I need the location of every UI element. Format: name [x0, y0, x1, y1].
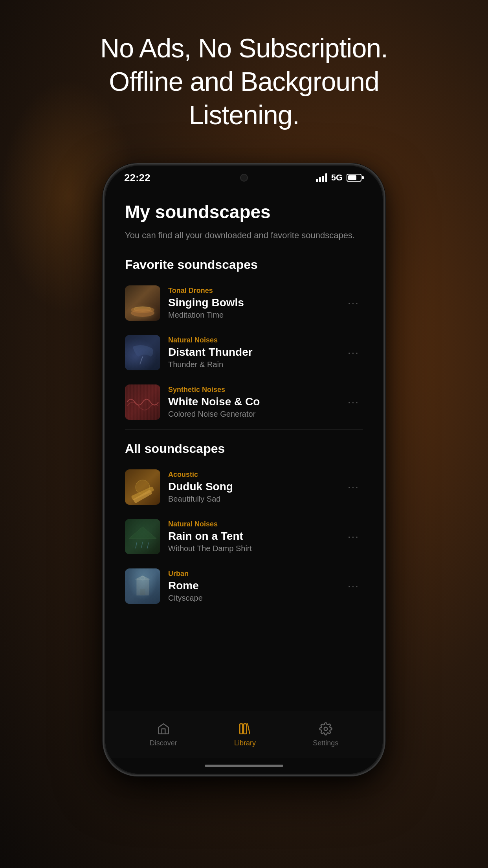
- more-button[interactable]: ···: [344, 576, 363, 596]
- svg-rect-18: [244, 724, 247, 734]
- more-button[interactable]: ···: [344, 293, 363, 313]
- sound-info-rome: Urban Rome Cityscape: [168, 570, 336, 603]
- all-section-title: All soundscapes: [125, 441, 363, 456]
- sound-name: Distant Thunder: [168, 346, 336, 359]
- list-item[interactable]: Natural Noises Distant Thunder Thunder &…: [125, 329, 363, 376]
- library-icon: [238, 722, 252, 736]
- screen-content[interactable]: My soundscapes You can find all your dow…: [105, 189, 383, 711]
- sound-info-rain: Natural Noises Rain on a Tent Without Th…: [168, 520, 336, 553]
- settings-icon: [319, 722, 333, 736]
- battery-tip: [362, 176, 364, 179]
- section-divider: [125, 429, 363, 430]
- thumb-rain: [125, 519, 160, 554]
- sound-category: Natural Noises: [168, 336, 336, 344]
- battery-fill: [348, 175, 356, 180]
- power-button: [384, 286, 385, 329]
- signal-bar-1: [316, 179, 318, 182]
- phone-screen: 22:22 5G: [105, 166, 383, 774]
- sound-category: Tonal Drones: [168, 287, 336, 295]
- camera-notch: [240, 174, 248, 182]
- svg-rect-16: [140, 589, 145, 595]
- svg-point-1: [134, 307, 151, 311]
- svg-rect-4: [125, 384, 160, 420]
- signal-bar-4: [325, 173, 327, 182]
- sound-desc: Thunder & Rain: [168, 360, 336, 369]
- hero-line3: Listening.: [189, 100, 299, 130]
- hero-text: No Ads, No Subscription. Offline and Bac…: [61, 0, 427, 155]
- sound-category: Urban: [168, 570, 336, 578]
- nav-settings[interactable]: Settings: [313, 722, 338, 747]
- thumb-thunder: [125, 335, 160, 370]
- sound-category: Synthetic Noises: [168, 386, 336, 394]
- volume-up-button: [103, 274, 104, 302]
- list-item[interactable]: Synthetic Noises White Noise & Co Colore…: [125, 379, 363, 425]
- home-indicator-bar: [205, 765, 283, 767]
- more-button[interactable]: ···: [344, 392, 363, 412]
- list-item[interactable]: Acoustic Duduk Song Beautifully Sad ···: [125, 464, 363, 510]
- page-title: My soundscapes: [125, 201, 363, 223]
- list-item[interactable]: Tonal Drones Singing Bowls Meditation Ti…: [125, 280, 363, 326]
- svg-line-10: [141, 542, 143, 548]
- sound-name: Rome: [168, 579, 336, 592]
- list-item[interactable]: Natural Noises Rain on a Tent Without Th…: [125, 513, 363, 560]
- nav-settings-label: Settings: [313, 739, 338, 747]
- hero-line1: No Ads, No Subscription.: [100, 33, 388, 63]
- white-noise-art: [125, 384, 160, 420]
- sound-category: Natural Noises: [168, 520, 336, 528]
- svg-marker-14: [135, 576, 150, 579]
- sound-desc: Beautifully Sad: [168, 495, 336, 504]
- status-right: 5G: [316, 173, 364, 183]
- sound-desc: Meditation Time: [168, 311, 336, 320]
- thunder-art: [125, 335, 160, 370]
- svg-rect-13: [137, 579, 149, 595]
- svg-line-3: [140, 357, 143, 364]
- svg-line-19: [248, 724, 250, 734]
- thumb-rome: [125, 568, 160, 604]
- rome-art: [125, 568, 160, 604]
- sound-name: Rain on a Tent: [168, 530, 336, 542]
- nav-library[interactable]: Library: [234, 722, 256, 747]
- sound-desc: Without The Damp Shirt: [168, 544, 336, 553]
- sound-name: Singing Bowls: [168, 296, 336, 309]
- svg-point-20: [324, 727, 328, 731]
- more-button[interactable]: ···: [344, 526, 363, 547]
- svg-point-15: [141, 576, 145, 580]
- hero-line2: Offline and Background: [109, 66, 379, 96]
- phone-shell: 22:22 5G: [103, 163, 385, 776]
- sound-info-singing-bowls: Tonal Drones Singing Bowls Meditation Ti…: [168, 287, 336, 320]
- status-bar: 22:22 5G: [105, 166, 383, 189]
- signal-bar-2: [319, 177, 321, 182]
- sound-info-white-noise: Synthetic Noises White Noise & Co Colore…: [168, 386, 336, 419]
- svg-rect-17: [240, 724, 243, 734]
- nav-discover[interactable]: Discover: [150, 722, 177, 747]
- svg-rect-2: [125, 335, 160, 370]
- phone-mockup: 22:22 5G: [103, 163, 385, 776]
- svg-rect-12: [125, 568, 160, 604]
- more-button[interactable]: ···: [344, 477, 363, 497]
- sound-info-thunder: Natural Noises Distant Thunder Thunder &…: [168, 336, 336, 369]
- duduk-art: [125, 469, 160, 505]
- volume-down-button: [103, 310, 104, 337]
- sound-desc: Colored Noise Generator: [168, 410, 336, 419]
- nav-library-label: Library: [234, 739, 256, 747]
- thumb-singing-bowls: [125, 285, 160, 321]
- singing-bowls-art: [125, 285, 160, 321]
- page-subtitle: You can find all your downloaded and fav…: [125, 230, 363, 242]
- svg-rect-8: [125, 519, 160, 554]
- svg-line-9: [136, 542, 137, 548]
- thumb-white-noise: [125, 384, 160, 420]
- sound-name: Duduk Song: [168, 480, 336, 493]
- thumb-duduk: [125, 469, 160, 505]
- sound-name: White Noise & Co: [168, 395, 336, 408]
- more-button[interactable]: ···: [344, 342, 363, 363]
- svg-line-11: [147, 542, 149, 548]
- nav-discover-label: Discover: [150, 739, 177, 747]
- svg-point-7: [136, 480, 150, 494]
- bottom-nav: Discover Library: [105, 711, 383, 758]
- list-item[interactable]: Urban Rome Cityscape ···: [125, 563, 363, 609]
- rain-art: [125, 519, 160, 554]
- battery-icon: [347, 174, 364, 182]
- home-indicator: [105, 758, 383, 774]
- signal-bar-3: [322, 176, 324, 182]
- signal-icon: [316, 173, 327, 182]
